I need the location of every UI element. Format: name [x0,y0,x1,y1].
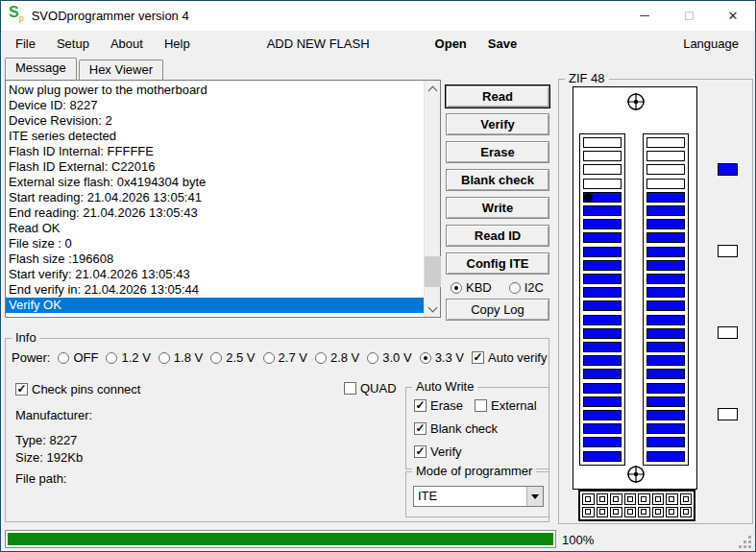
log-line[interactable]: Device ID: 8227 [6,98,424,113]
menu-add-new-flash[interactable]: ADD NEW FLASH [256,36,380,51]
power-option-label: 3.3 V [435,350,464,365]
checkbox-icon [475,399,487,412]
menu-save[interactable]: Save [477,36,527,51]
auto-write-erase[interactable]: Erase [414,398,463,413]
log-line[interactable]: Flash size :196608 [6,252,424,267]
zif-group: ZIF 48 [558,79,753,524]
read-id-button[interactable]: Read ID [446,225,549,247]
connector-pin [610,493,622,505]
menu-file[interactable]: File [5,36,46,51]
dropdown-button[interactable] [526,487,543,506]
menu-about[interactable]: About [100,36,154,51]
power-option-2-7-v[interactable]: 2.7 V [263,350,307,365]
resize-grip[interactable] [740,536,751,547]
bus-radio-i2c[interactable]: I2C [509,280,544,295]
power-option-off[interactable]: OFF [58,350,98,365]
zif-pin-slot [583,410,622,420]
connector-pin [624,507,637,518]
checkbox-icon [472,351,484,364]
copy-log-button[interactable]: Copy Log [446,299,549,321]
type-field: Type: 8227 [15,433,77,447]
power-option-3-3-v[interactable]: 3.3 V [420,350,464,365]
window-title: SVODprogrammer version 4 [32,9,189,23]
zif-pin-slot [583,328,622,339]
zif-group-title: ZIF 48 [565,72,609,85]
power-option-1-8-v[interactable]: 1.8 V [159,350,203,365]
log-line[interactable]: Start reading: 21.04.2026 13:05:41 [6,190,424,205]
auto-write-external[interactable]: External [475,398,537,413]
menu-language[interactable]: Language [672,36,749,51]
log-line[interactable]: File size : 0 [6,236,424,252]
power-option-2-5-v[interactable]: 2.5 V [210,350,255,365]
log-line[interactable]: End reading: 21.04.2026 13:05:43 [6,205,424,221]
scroll-down-icon[interactable] [425,300,441,317]
menu-setup[interactable]: Setup [46,36,100,51]
tab-message[interactable]: Message [5,58,77,80]
blank-check-button[interactable]: Blank check [446,169,549,191]
quad-checkbox[interactable]: QUAD [344,381,397,396]
connector-pin [680,493,693,505]
radio-icon [509,282,521,294]
zif-pin-slot [646,192,685,203]
legend-swatch [718,163,738,176]
connector-pin [652,507,665,518]
read-button[interactable]: Read [446,85,549,108]
manufacturer-field: Manufacturer: [15,408,92,422]
bus-radio-label: I2C [524,280,544,295]
minimize-button[interactable] [622,1,667,30]
zif-pin-slot [646,451,685,462]
zif-pin-slot [583,137,622,148]
scrollbar-thumb[interactable] [425,256,441,287]
log-line[interactable]: End verify in: 21.04.2026 13:05:44 [6,282,424,298]
config-ite-button[interactable]: Config ITE [446,252,549,275]
log-line[interactable]: Verify OK [6,298,424,313]
zif-pin-slot [583,287,622,298]
log-line[interactable]: Flash ID External: C22016 [6,159,424,175]
mode-combobox[interactable]: ITE [413,486,544,507]
menu-help[interactable]: Help [154,36,201,51]
zif-pin-slot [646,260,685,271]
log-line[interactable]: External size flash: 0x4194304 byte [6,175,424,190]
auto-write-verify[interactable]: Verify [414,444,462,459]
log-scrollbar[interactable] [424,81,440,317]
tab-hex-viewer[interactable]: Hex Viewer [79,60,163,80]
verify-button[interactable]: Verify [446,113,549,135]
zif-pin-slot [583,396,622,407]
zif-pin-slot [583,274,622,284]
zif-pin-slot [646,219,685,229]
log-line[interactable]: Now plug power to the motherboard [6,83,424,98]
message-log[interactable]: Now plug power to the motherboardDevice … [5,80,441,318]
check-pins-checkbox[interactable]: Check pins connect [15,382,140,396]
erase-button[interactable]: Erase [446,141,549,163]
zif-pin-slot [646,137,685,148]
scroll-up-icon[interactable] [425,81,441,97]
connector-pin [624,493,637,505]
log-line[interactable]: Read OK [6,221,424,236]
log-line[interactable]: Start verify: 21.04.2026 13:05:43 [6,267,424,282]
pin-column-left [579,133,625,466]
bus-radio-label: KBD [466,280,492,295]
auto-write-blank-check[interactable]: Blank check [414,421,498,436]
log-line[interactable]: Device Revision: 2 [6,113,424,129]
bus-radio-kbd[interactable]: KBD [451,280,492,295]
power-option-2-8-v[interactable]: 2.8 V [315,350,359,365]
maximize-button[interactable] [667,1,711,30]
zif-pin-slot [646,423,685,434]
power-option-label: 2.5 V [226,350,255,365]
close-button[interactable]: ✕ [711,1,755,30]
pin-legend [718,80,740,523]
power-option-label: 2.7 V [279,350,307,365]
type-value: 8227 [49,433,77,447]
programmer-connector [578,490,695,521]
log-line[interactable]: ITE series detected [6,129,424,144]
zif-pin-slot [583,300,622,311]
log-line[interactable]: Flash ID Internal: FFFFFE [6,144,424,159]
app-icon-letter: S [9,4,19,20]
power-option-1-2-v[interactable]: 1.2 V [106,350,150,365]
power-option-3-0-v[interactable]: 3.0 V [367,350,411,365]
pin-column-right [643,133,689,466]
connector-pin [652,493,665,505]
write-button[interactable]: Write [446,197,549,219]
menu-open[interactable]: Open [425,36,477,51]
auto-verify-checkbox[interactable]: Auto verify [472,350,547,365]
